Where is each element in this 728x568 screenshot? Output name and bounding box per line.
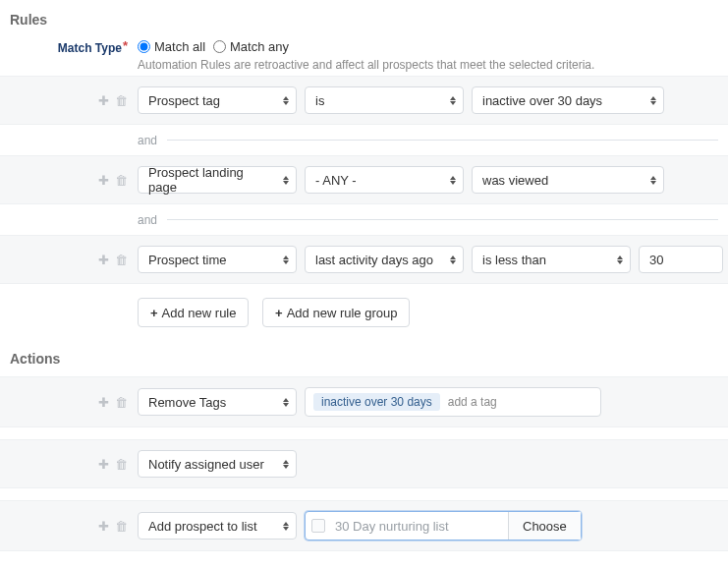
chevron-updown-icon — [282, 173, 290, 187]
add-icon[interactable]: ✚ — [98, 253, 109, 267]
add-icon[interactable]: ✚ — [98, 457, 109, 472]
rule-value-select[interactable]: inactive over 30 days — [472, 86, 664, 114]
tag-input[interactable]: inactive over 30 days add a tag — [305, 387, 601, 417]
add-new-rule-group-button[interactable]: +Add new rule group — [262, 298, 410, 327]
delete-icon[interactable]: 🗑 — [115, 93, 128, 108]
rule-field-select[interactable]: Prospect tag — [138, 86, 297, 114]
rules-heading: Rules — [10, 12, 728, 28]
choose-button[interactable]: Choose — [508, 512, 581, 540]
and-label: and — [138, 213, 157, 227]
list-chooser[interactable]: Choose — [305, 511, 582, 540]
chevron-updown-icon — [282, 93, 290, 107]
chevron-updown-icon — [282, 253, 290, 266]
chevron-updown-icon — [449, 93, 457, 107]
tag-placeholder: add a tag — [448, 395, 497, 409]
chevron-updown-icon — [282, 457, 290, 471]
match-type-row: Match Type* Match all Match any Automati… — [0, 37, 728, 76]
radio-match-any-label: Match any — [230, 39, 289, 54]
add-icon[interactable]: ✚ — [98, 519, 109, 534]
radio-match-any[interactable]: Match any — [213, 39, 289, 54]
rule-value-input[interactable] — [639, 246, 723, 273]
match-help-text: Automation Rules are retroactive and aff… — [138, 58, 718, 72]
rule-row: ✚ 🗑 Prospect tag is inactive over 30 day… — [0, 76, 728, 125]
match-type-label: Match Type — [58, 41, 122, 55]
and-joiner: . and — [0, 125, 728, 155]
delete-icon[interactable]: 🗑 — [115, 395, 128, 410]
rule-operator-select[interactable]: is — [305, 86, 464, 114]
rule-value-select[interactable]: is less than — [472, 246, 631, 273]
action-type-select[interactable]: Remove Tags — [138, 388, 297, 416]
rule-field-select[interactable]: Prospect time — [138, 246, 297, 273]
list-value-input[interactable] — [331, 513, 508, 539]
chevron-updown-icon — [649, 93, 657, 107]
required-asterisk: * — [123, 38, 128, 53]
checkbox-icon[interactable] — [311, 519, 325, 533]
action-row: ✚ 🗑 Add prospect to list Choose — [0, 500, 728, 551]
tag-pill[interactable]: inactive over 30 days — [313, 393, 440, 411]
rule-field-select[interactable]: Prospect landing page — [138, 166, 297, 194]
rule-operator-select[interactable]: last activity days ago — [305, 246, 464, 273]
chevron-updown-icon — [282, 395, 290, 409]
rule-value-select[interactable]: was viewed — [472, 166, 664, 194]
action-type-select[interactable]: Notify assigned user — [138, 450, 297, 478]
radio-match-all-label: Match all — [154, 39, 205, 54]
delete-icon[interactable]: 🗑 — [115, 457, 128, 472]
add-new-rule-button[interactable]: +Add new rule — [138, 298, 249, 327]
plus-icon: + — [150, 306, 158, 320]
rule-row: ✚ 🗑 Prospect time last activity days ago… — [0, 235, 728, 284]
delete-icon[interactable]: 🗑 — [115, 173, 128, 188]
actions-heading: Actions — [10, 351, 728, 367]
add-icon[interactable]: ✚ — [98, 93, 109, 108]
action-row: ✚ 🗑 Notify assigned user — [0, 439, 728, 488]
radio-match-all-input[interactable] — [138, 40, 150, 53]
chevron-updown-icon — [449, 173, 457, 187]
and-joiner: . and — [0, 204, 728, 235]
add-icon[interactable]: ✚ — [98, 395, 109, 410]
and-label: and — [138, 134, 157, 147]
chevron-updown-icon — [282, 519, 290, 533]
rule-row: ✚ 🗑 Prospect landing page - ANY - was vi… — [0, 155, 728, 204]
action-type-select[interactable]: Add prospect to list — [138, 512, 297, 540]
rule-operator-select[interactable]: - ANY - — [305, 166, 464, 194]
delete-icon[interactable]: 🗑 — [115, 253, 128, 267]
chevron-updown-icon — [649, 173, 657, 187]
add-icon[interactable]: ✚ — [98, 173, 109, 188]
radio-match-any-input[interactable] — [213, 40, 226, 53]
radio-match-all[interactable]: Match all — [138, 39, 205, 54]
chevron-updown-icon — [616, 253, 624, 266]
plus-icon: + — [275, 306, 283, 320]
action-row: ✚ 🗑 Remove Tags inactive over 30 days ad… — [0, 376, 728, 427]
chevron-updown-icon — [449, 253, 457, 266]
delete-icon[interactable]: 🗑 — [115, 519, 128, 534]
